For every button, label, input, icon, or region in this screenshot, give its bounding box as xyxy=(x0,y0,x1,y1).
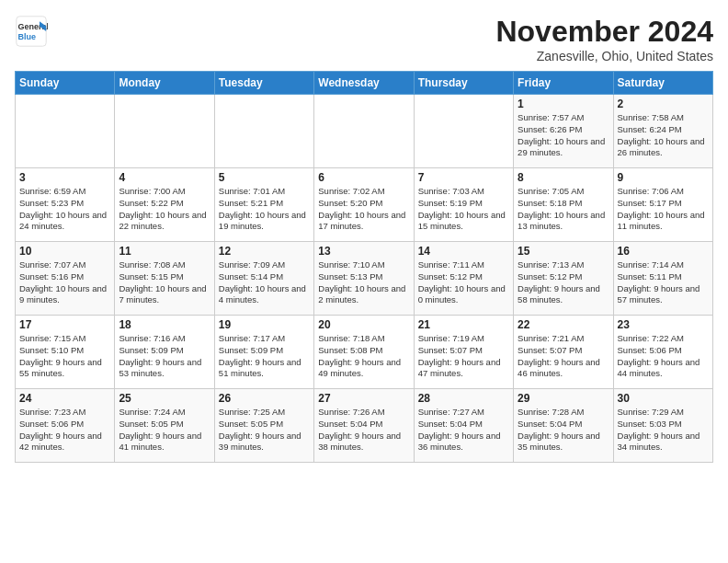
weekday-header: Thursday xyxy=(414,72,513,95)
weekday-header: Tuesday xyxy=(214,72,313,95)
calendar-cell: 6Sunrise: 7:02 AM Sunset: 5:20 PM Daylig… xyxy=(314,168,414,242)
day-info: Sunrise: 7:29 AM Sunset: 5:03 PM Dayligh… xyxy=(618,407,709,454)
day-number: 9 xyxy=(618,171,709,184)
calendar-cell: 13Sunrise: 7:10 AM Sunset: 5:13 PM Dayli… xyxy=(314,242,414,316)
day-info: Sunrise: 7:23 AM Sunset: 5:06 PM Dayligh… xyxy=(19,407,110,454)
calendar-cell: 20Sunrise: 7:18 AM Sunset: 5:08 PM Dayli… xyxy=(314,316,414,389)
day-info: Sunrise: 7:03 AM Sunset: 5:19 PM Dayligh… xyxy=(418,186,509,233)
day-info: Sunrise: 7:18 AM Sunset: 5:08 PM Dayligh… xyxy=(318,333,409,380)
day-number: 18 xyxy=(119,318,210,331)
page-header: General Blue November 2024 Zanesville, O… xyxy=(15,15,713,63)
calendar-cell: 3Sunrise: 6:59 AM Sunset: 5:23 PM Daylig… xyxy=(16,168,115,242)
calendar-cell: 30Sunrise: 7:29 AM Sunset: 5:03 PM Dayli… xyxy=(613,389,712,463)
day-info: Sunrise: 7:24 AM Sunset: 5:05 PM Dayligh… xyxy=(119,407,210,454)
day-number: 25 xyxy=(119,392,210,405)
day-info: Sunrise: 7:13 AM Sunset: 5:12 PM Dayligh… xyxy=(518,259,609,306)
location: Zanesville, Ohio, United States xyxy=(495,49,713,63)
weekday-header: Wednesday xyxy=(314,72,414,95)
calendar-cell: 10Sunrise: 7:07 AM Sunset: 5:16 PM Dayli… xyxy=(16,242,115,316)
day-number: 22 xyxy=(518,318,609,331)
svg-text:Blue: Blue xyxy=(18,32,37,41)
day-number: 28 xyxy=(418,392,509,405)
day-number: 23 xyxy=(618,318,709,331)
day-number: 29 xyxy=(518,392,609,405)
day-number: 10 xyxy=(19,245,110,258)
calendar-cell xyxy=(314,95,414,168)
day-info: Sunrise: 7:09 AM Sunset: 5:14 PM Dayligh… xyxy=(219,259,310,306)
calendar-cell: 1Sunrise: 7:57 AM Sunset: 6:26 PM Daylig… xyxy=(514,95,613,168)
weekday-header: Friday xyxy=(514,72,613,95)
day-number: 11 xyxy=(119,245,210,258)
day-info: Sunrise: 7:14 AM Sunset: 5:11 PM Dayligh… xyxy=(618,259,709,306)
day-info: Sunrise: 7:02 AM Sunset: 5:20 PM Dayligh… xyxy=(318,186,409,233)
day-info: Sunrise: 7:10 AM Sunset: 5:13 PM Dayligh… xyxy=(318,259,409,306)
day-number: 15 xyxy=(518,245,609,258)
calendar-cell: 14Sunrise: 7:11 AM Sunset: 5:12 PM Dayli… xyxy=(414,242,513,316)
calendar-week-row: 24Sunrise: 7:23 AM Sunset: 5:06 PM Dayli… xyxy=(16,389,713,463)
title-block: November 2024 Zanesville, Ohio, United S… xyxy=(495,15,713,63)
day-number: 20 xyxy=(318,318,409,331)
day-number: 2 xyxy=(618,98,709,110)
day-number: 21 xyxy=(418,318,509,331)
weekday-header: Sunday xyxy=(16,72,115,95)
calendar-week-row: 1Sunrise: 7:57 AM Sunset: 6:26 PM Daylig… xyxy=(16,95,713,168)
calendar-cell: 18Sunrise: 7:16 AM Sunset: 5:09 PM Dayli… xyxy=(115,316,214,389)
calendar-cell xyxy=(115,95,214,168)
weekday-header: Monday xyxy=(115,72,214,95)
day-number: 13 xyxy=(318,245,409,258)
calendar-cell: 19Sunrise: 7:17 AM Sunset: 5:09 PM Dayli… xyxy=(214,316,313,389)
calendar-week-row: 3Sunrise: 6:59 AM Sunset: 5:23 PM Daylig… xyxy=(16,168,713,242)
day-number: 8 xyxy=(518,171,609,184)
day-info: Sunrise: 7:57 AM Sunset: 6:26 PM Dayligh… xyxy=(518,112,609,159)
day-number: 19 xyxy=(219,318,310,331)
calendar-cell: 26Sunrise: 7:25 AM Sunset: 5:05 PM Dayli… xyxy=(214,389,313,463)
calendar-cell: 24Sunrise: 7:23 AM Sunset: 5:06 PM Dayli… xyxy=(16,389,115,463)
day-number: 3 xyxy=(19,171,110,184)
logo: General Blue xyxy=(15,15,48,48)
calendar-week-row: 17Sunrise: 7:15 AM Sunset: 5:10 PM Dayli… xyxy=(16,316,713,389)
day-info: Sunrise: 7:06 AM Sunset: 5:17 PM Dayligh… xyxy=(618,186,709,233)
calendar-table: SundayMondayTuesdayWednesdayThursdayFrid… xyxy=(15,71,713,463)
day-number: 24 xyxy=(19,392,110,405)
day-info: Sunrise: 7:07 AM Sunset: 5:16 PM Dayligh… xyxy=(19,259,110,306)
calendar-cell: 16Sunrise: 7:14 AM Sunset: 5:11 PM Dayli… xyxy=(613,242,712,316)
day-number: 16 xyxy=(618,245,709,258)
calendar-cell: 25Sunrise: 7:24 AM Sunset: 5:05 PM Dayli… xyxy=(115,389,214,463)
day-info: Sunrise: 7:17 AM Sunset: 5:09 PM Dayligh… xyxy=(219,333,310,380)
calendar-cell: 28Sunrise: 7:27 AM Sunset: 5:04 PM Dayli… xyxy=(414,389,513,463)
day-number: 12 xyxy=(219,245,310,258)
day-info: Sunrise: 7:58 AM Sunset: 6:24 PM Dayligh… xyxy=(618,112,709,159)
month-title: November 2024 xyxy=(495,15,713,49)
calendar-cell xyxy=(214,95,313,168)
day-info: Sunrise: 7:00 AM Sunset: 5:22 PM Dayligh… xyxy=(119,186,210,233)
weekday-header: Saturday xyxy=(613,72,712,95)
calendar-cell: 8Sunrise: 7:05 AM Sunset: 5:18 PM Daylig… xyxy=(514,168,613,242)
day-number: 4 xyxy=(119,171,210,184)
day-info: Sunrise: 7:15 AM Sunset: 5:10 PM Dayligh… xyxy=(19,333,110,380)
calendar-cell xyxy=(16,95,115,168)
day-number: 1 xyxy=(518,98,609,110)
day-info: Sunrise: 7:22 AM Sunset: 5:06 PM Dayligh… xyxy=(618,333,709,380)
day-info: Sunrise: 7:28 AM Sunset: 5:04 PM Dayligh… xyxy=(518,407,609,454)
calendar-cell: 29Sunrise: 7:28 AM Sunset: 5:04 PM Dayli… xyxy=(514,389,613,463)
calendar-week-row: 10Sunrise: 7:07 AM Sunset: 5:16 PM Dayli… xyxy=(16,242,713,316)
weekday-header-row: SundayMondayTuesdayWednesdayThursdayFrid… xyxy=(16,72,713,95)
calendar-cell: 22Sunrise: 7:21 AM Sunset: 5:07 PM Dayli… xyxy=(514,316,613,389)
calendar-cell: 15Sunrise: 7:13 AM Sunset: 5:12 PM Dayli… xyxy=(514,242,613,316)
calendar-cell: 12Sunrise: 7:09 AM Sunset: 5:14 PM Dayli… xyxy=(214,242,313,316)
calendar-cell: 27Sunrise: 7:26 AM Sunset: 5:04 PM Dayli… xyxy=(314,389,414,463)
calendar-cell: 9Sunrise: 7:06 AM Sunset: 5:17 PM Daylig… xyxy=(613,168,712,242)
day-info: Sunrise: 7:11 AM Sunset: 5:12 PM Dayligh… xyxy=(418,259,509,306)
logo-icon: General Blue xyxy=(15,15,48,48)
day-info: Sunrise: 7:21 AM Sunset: 5:07 PM Dayligh… xyxy=(518,333,609,380)
day-number: 5 xyxy=(219,171,310,184)
day-number: 30 xyxy=(618,392,709,405)
calendar-cell xyxy=(414,95,513,168)
calendar-cell: 17Sunrise: 7:15 AM Sunset: 5:10 PM Dayli… xyxy=(16,316,115,389)
calendar-cell: 4Sunrise: 7:00 AM Sunset: 5:22 PM Daylig… xyxy=(115,168,214,242)
day-info: Sunrise: 7:26 AM Sunset: 5:04 PM Dayligh… xyxy=(318,407,409,454)
day-number: 17 xyxy=(19,318,110,331)
day-info: Sunrise: 7:25 AM Sunset: 5:05 PM Dayligh… xyxy=(219,407,310,454)
day-number: 6 xyxy=(318,171,409,184)
calendar-cell: 11Sunrise: 7:08 AM Sunset: 5:15 PM Dayli… xyxy=(115,242,214,316)
